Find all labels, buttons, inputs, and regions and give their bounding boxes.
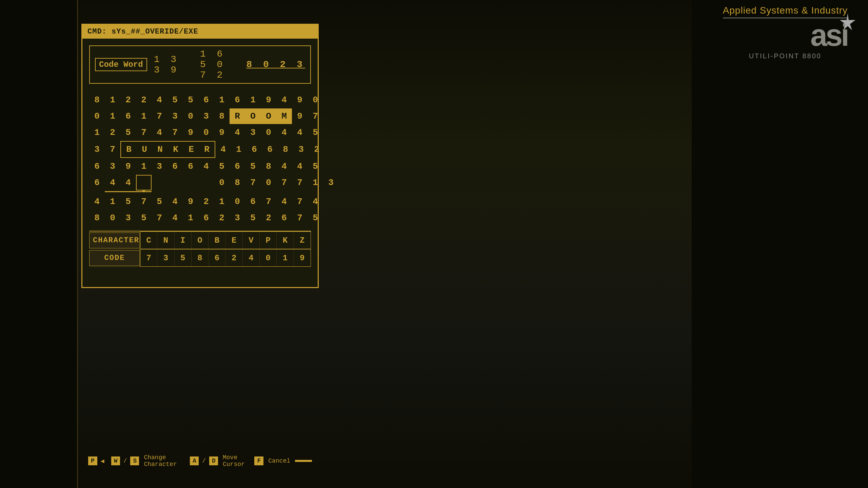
bunker-b: B [121, 142, 137, 157]
cursor-cell [136, 175, 152, 190]
char-b: B [209, 232, 225, 249]
char-v: V [243, 232, 260, 249]
code-row: CODE 7 3 5 8 6 2 4 0 1 9 [89, 249, 311, 267]
char-n: N [157, 232, 174, 249]
grid-cell [152, 175, 167, 190]
logo-box: asi [723, 20, 848, 50]
grid-cell: 1 [214, 92, 230, 108]
grid-cell: 2 [214, 210, 230, 226]
grid-cell: 6 [276, 210, 292, 226]
char-i: I [175, 232, 192, 249]
code-5: 5 [175, 249, 192, 266]
grid-cell: 1 [214, 194, 230, 209]
grid-cell: 5 [245, 210, 261, 226]
code-cells: 7 3 5 8 6 2 4 0 1 9 [140, 249, 311, 267]
grid-cell: 1 [308, 175, 323, 190]
code-9: 9 [294, 249, 311, 266]
code-word-group3: 8 0 2 3 [246, 59, 305, 70]
d-key: D [209, 456, 218, 465]
grid-cell: 7 [276, 175, 292, 190]
grid-cell: 7 [308, 108, 323, 124]
grid-cell: 4 [167, 210, 183, 226]
grid-cell: 6 [230, 159, 245, 174]
terminal-window: CMD: sYs_##_OVERIDE/EXE Code Word 1 3 3 … [81, 24, 319, 288]
change-char-label: Change Character [144, 454, 183, 468]
grid-cell: 7 [292, 175, 308, 190]
char-k: K [277, 232, 294, 249]
code-1: 1 [277, 249, 294, 266]
code-6: 6 [209, 249, 225, 266]
char-e: E [225, 232, 242, 249]
left-panel [0, 0, 78, 488]
status-bar [89, 267, 311, 280]
code-7: 7 [140, 249, 157, 266]
grid-cell [198, 175, 214, 190]
prev-arrow: ◀ [101, 457, 104, 465]
a-key: A [190, 456, 199, 465]
move-cursor-control: A / D Move Cursor [190, 454, 248, 468]
move-cursor-label: Move Cursor [223, 454, 248, 468]
cancel-end-badge [295, 460, 312, 462]
code-word-group2: 1 6 5 0 7 2 [200, 49, 239, 80]
grid-cell: 6 [120, 108, 136, 124]
grid-cell: 7 [292, 194, 308, 209]
grid-cell: 7 [136, 125, 152, 140]
code-4: 4 [243, 249, 260, 266]
bottom-panel: CHARACTERS C N I O B E V P K Z CODE 7 [89, 231, 311, 267]
char-z: Z [294, 232, 311, 249]
char-p: P [260, 232, 277, 249]
grid-row-5: 6 3 9 1 3 6 6 4 5 6 5 8 4 4 5 [89, 159, 311, 174]
bunker-u: U [137, 142, 152, 157]
right-panel [692, 0, 868, 488]
grid-cell: 2 [198, 194, 214, 209]
room-o2: O [261, 108, 276, 124]
grid-cell: 5 [120, 194, 136, 209]
grid-cell: 0 [105, 210, 120, 226]
grid-cell: 4 [276, 125, 292, 140]
grid-cell: 7 [152, 210, 167, 226]
grid-cell: 8 [89, 210, 105, 226]
grid-row-4: 3 7 B U N K E R 4 1 6 6 8 3 2 [89, 141, 311, 158]
grid-cell: 6 [198, 92, 214, 108]
grid-cell: 8 [278, 142, 293, 157]
grid-cell: 4 [276, 92, 292, 108]
characters-label: CHARACTERS [89, 232, 140, 248]
grid-cell: 7 [167, 125, 183, 140]
grid-cell: 3 [105, 159, 120, 174]
char-o: O [192, 232, 209, 249]
grid-cell: 4 [230, 125, 245, 140]
grid-cell: 2 [309, 142, 324, 157]
grid-cell: 3 [198, 108, 214, 124]
grid-cell: 8 [230, 175, 245, 190]
grid-cell: 4 [152, 125, 167, 140]
grid-cell: 6 [89, 159, 105, 174]
grid-row-2: 0 1 6 1 7 3 0 3 8 R O O M 9 7 [89, 108, 311, 124]
grid-row-1: 8 1 2 2 4 5 5 6 1 6 1 9 4 9 0 [89, 92, 311, 108]
code-8: 8 [192, 249, 209, 266]
controls-bar: P ◀ W / S Change Character A / D Move Cu… [88, 454, 312, 468]
grid-cell: 4 [167, 194, 183, 209]
code-2: 2 [225, 249, 242, 266]
code-word-header: Code Word 1 3 3 9 1 6 5 0 7 2 8 0 2 3 [89, 45, 311, 84]
grid-cell: 5 [167, 92, 183, 108]
grid-cell: 3 [167, 108, 183, 124]
cancel-label: Cancel [268, 458, 290, 464]
grid-cell: 1 [136, 159, 152, 174]
grid-cell: 8 [89, 92, 105, 108]
grid-cell: 3 [152, 159, 167, 174]
grid-cell: 5 [214, 159, 230, 174]
prev-control: P ◀ [88, 456, 104, 465]
grid-cell: 7 [261, 194, 276, 209]
grid-row-7: 4 1 5 7 5 4 9 2 1 0 6 7 4 7 4 [89, 194, 311, 209]
room-m: M [276, 108, 292, 124]
grid-cell: 0 [261, 175, 276, 190]
grid-cell: 7 [292, 210, 308, 226]
bunker-e: E [183, 142, 199, 157]
svg-marker-0 [840, 13, 855, 30]
grid-cell: 6 [230, 92, 245, 108]
grid-cell: 5 [308, 125, 323, 140]
grid-cell: 0 [198, 125, 214, 140]
cancel-control: F Cancel [254, 456, 312, 465]
grid-cell: 3 [230, 210, 245, 226]
grid-cell: 5 [120, 125, 136, 140]
